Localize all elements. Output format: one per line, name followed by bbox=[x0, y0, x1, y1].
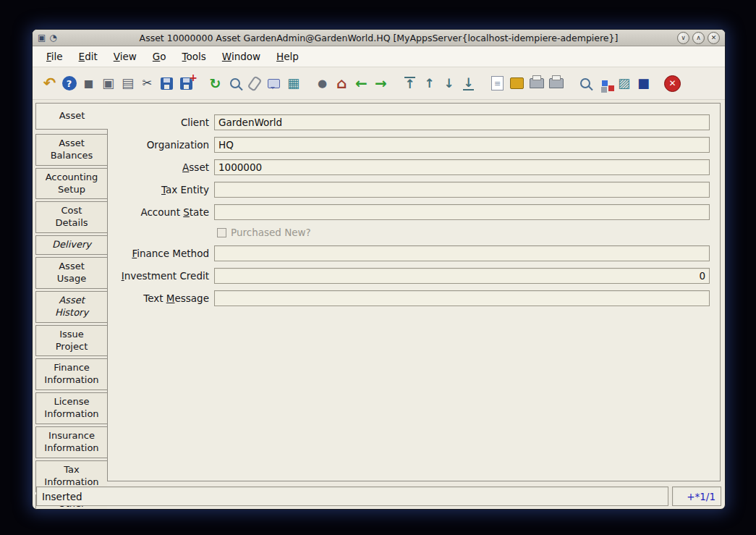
investment-credit-field[interactable]: 0 bbox=[214, 268, 710, 284]
zoom-across-icon[interactable] bbox=[575, 74, 595, 93]
tab-issue-project[interactable]: Issue Project bbox=[35, 325, 107, 357]
investment-credit-label: Investment Credit bbox=[115, 270, 209, 282]
form-row: Text Message bbox=[115, 290, 710, 306]
form-row: Finance Method bbox=[115, 245, 710, 261]
close-button[interactable]: ✕ bbox=[708, 32, 720, 44]
purchased-new-row: Purchased New? bbox=[217, 227, 710, 238]
tab-asset-history[interactable]: Asset History bbox=[35, 291, 107, 323]
form-row: Account State bbox=[115, 204, 710, 220]
copy-icon[interactable]: ▣ bbox=[98, 74, 118, 93]
menu-go[interactable]: Go bbox=[145, 48, 174, 65]
tab-accounting-setup[interactable]: Accounting Setup bbox=[35, 168, 107, 200]
tab-delivery[interactable]: Delivery bbox=[35, 235, 107, 255]
archive-icon[interactable] bbox=[507, 74, 527, 93]
delete-icon[interactable]: ▤ bbox=[118, 74, 137, 93]
print-preview-icon[interactable] bbox=[527, 74, 546, 93]
text-message-field[interactable] bbox=[214, 290, 710, 306]
asset-label: Asset bbox=[115, 161, 209, 173]
tab-license-information[interactable]: License Information bbox=[35, 392, 107, 424]
print-icon[interactable] bbox=[546, 74, 566, 93]
menu-tools[interactable]: Tools bbox=[174, 48, 214, 65]
status-bar: Inserted +*1/1 bbox=[33, 484, 725, 509]
first-record-icon[interactable]: ↑ bbox=[400, 74, 420, 93]
help-icon[interactable]: ? bbox=[59, 74, 79, 93]
status-message: Inserted bbox=[36, 486, 668, 506]
menu-file[interactable]: File bbox=[38, 48, 71, 65]
tax-entity-label: Tax Entity bbox=[115, 184, 209, 195]
window-controls: ∨ ∧ ✕ bbox=[674, 32, 720, 44]
calendar-icon[interactable]: ▦ bbox=[284, 74, 303, 93]
tab-cost-details[interactable]: Cost Details bbox=[35, 201, 107, 233]
asset-form-panel: Client GardenWorld Organization HQ Asset… bbox=[107, 103, 721, 481]
content-area: Asset Asset Balances Accounting Setup Co… bbox=[33, 100, 725, 484]
menu-edit[interactable]: Edit bbox=[71, 48, 106, 65]
previous-record-icon[interactable]: ↑ bbox=[420, 74, 439, 93]
form-row: Tax Entity bbox=[115, 182, 710, 198]
form-row: Client GardenWorld bbox=[115, 114, 710, 130]
toolbar: ↶ ? ▪ ▣ ▤ ✂ + ↻ ▦ ● ⌂ ← → ↑ ↑ ↓ ↓ ≡ ▨ ■ … bbox=[33, 67, 725, 100]
request-icon[interactable]: ● bbox=[313, 74, 332, 93]
record-indicator[interactable]: +*1/1 bbox=[672, 486, 721, 506]
tab-asset[interactable]: Asset bbox=[35, 103, 108, 130]
menu-view[interactable]: View bbox=[106, 48, 145, 65]
finance-method-label: Finance Method bbox=[115, 248, 209, 259]
cut-icon[interactable]: ✂ bbox=[137, 74, 157, 93]
finance-method-field[interactable] bbox=[214, 245, 710, 261]
client-label: Client bbox=[115, 117, 209, 128]
app-icon: ◔ bbox=[49, 33, 56, 43]
shade-button[interactable]: ∨ bbox=[677, 32, 689, 44]
report-icon[interactable]: ≡ bbox=[488, 74, 507, 93]
chat-icon[interactable] bbox=[264, 74, 284, 93]
last-record-icon[interactable]: ↓ bbox=[459, 74, 478, 93]
menu-window[interactable]: Window bbox=[214, 48, 268, 65]
form-row: Organization HQ bbox=[115, 137, 710, 153]
form-row: Investment Credit 0 bbox=[115, 268, 710, 284]
save-create-icon[interactable]: + bbox=[177, 74, 196, 93]
menu-help[interactable]: Help bbox=[268, 48, 307, 65]
purchased-new-checkbox[interactable] bbox=[217, 228, 226, 237]
app-window: ▣ ◔ Asset 10000000 Asset GardenAdmin@Gar… bbox=[32, 29, 726, 510]
maximize-button[interactable]: ∧ bbox=[692, 32, 705, 44]
client-field[interactable]: GardenWorld bbox=[214, 114, 710, 130]
tab-asset-balances[interactable]: Asset Balances bbox=[35, 134, 107, 166]
tab-asset-usage[interactable]: Asset Usage bbox=[35, 257, 107, 289]
purchased-new-label: Purchased New? bbox=[231, 227, 311, 238]
home-icon[interactable]: ⌂ bbox=[332, 74, 352, 93]
back-icon[interactable]: ← bbox=[352, 74, 371, 93]
workflow-icon[interactable] bbox=[595, 74, 614, 93]
save-icon[interactable] bbox=[157, 74, 177, 93]
tab-column: Asset Asset Balances Accounting Setup Co… bbox=[35, 103, 107, 481]
title-bar[interactable]: ▣ ◔ Asset 10000000 Asset GardenAdmin@Gar… bbox=[33, 30, 725, 46]
next-record-icon[interactable]: ↓ bbox=[439, 74, 459, 93]
tax-entity-field[interactable] bbox=[214, 182, 710, 198]
menu-bar: File Edit View Go Tools Window Help bbox=[33, 46, 725, 67]
asset-field[interactable]: 1000000 bbox=[214, 159, 710, 175]
undo-icon[interactable]: ↶ bbox=[40, 74, 59, 93]
find-icon[interactable] bbox=[225, 74, 245, 93]
new-icon[interactable]: ▪ bbox=[79, 74, 98, 93]
account-state-label: Account State bbox=[115, 206, 209, 218]
product-info-icon[interactable]: ■ bbox=[634, 74, 653, 93]
tab-insurance-information[interactable]: Insurance Information bbox=[35, 426, 107, 458]
exit-icon[interactable]: ✕ bbox=[663, 74, 682, 93]
window-title: Asset 10000000 Asset GardenAdmin@GardenW… bbox=[33, 33, 725, 43]
window-menu-icon[interactable]: ▣ bbox=[38, 33, 46, 43]
form-row: Asset 1000000 bbox=[115, 159, 710, 175]
organization-label: Organization bbox=[115, 139, 209, 151]
refresh-icon[interactable]: ↻ bbox=[205, 74, 225, 93]
check-requests-icon[interactable]: ▨ bbox=[614, 74, 634, 93]
organization-field[interactable]: HQ bbox=[214, 137, 710, 153]
attachment-icon[interactable] bbox=[245, 74, 264, 93]
forward-icon[interactable]: → bbox=[371, 74, 391, 93]
text-message-label: Text Message bbox=[115, 292, 209, 304]
account-state-field[interactable] bbox=[214, 204, 710, 220]
tab-finance-information[interactable]: Finance Information bbox=[35, 358, 107, 390]
